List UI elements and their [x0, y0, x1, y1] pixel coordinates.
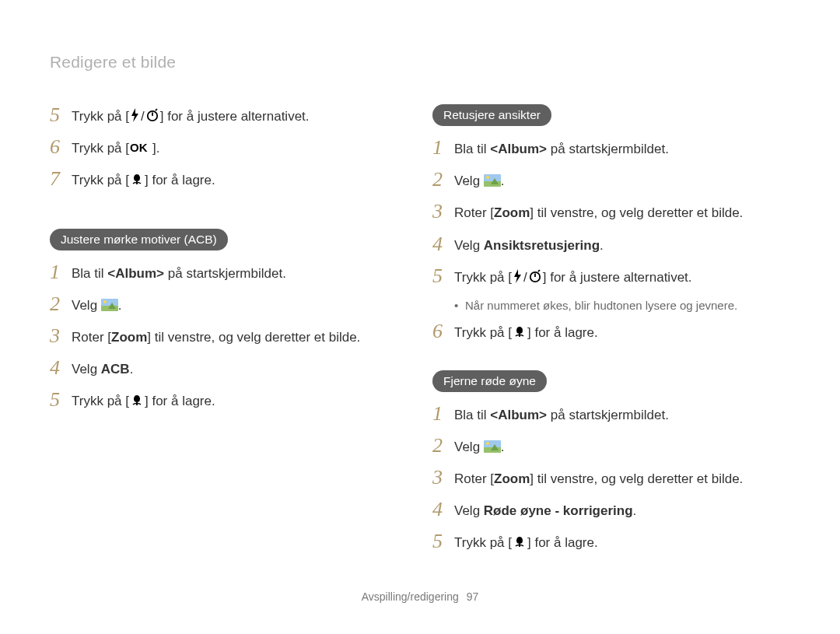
- step-text: Bla til <Album> på startskjermbildet.: [454, 137, 790, 159]
- retouch-faces-steps-after: 6Trykk på [] for å lagre.: [432, 321, 790, 343]
- bold-text: Zoom: [494, 205, 530, 220]
- manual-page: Redigere et bilde 5Trykk på [/] for å ju…: [0, 0, 840, 634]
- step-text: Trykk på [] for å lagre.: [72, 168, 408, 191]
- step: 2Velg .: [432, 435, 790, 457]
- step-number: 2: [50, 293, 72, 316]
- step-number: 2: [432, 169, 454, 191]
- step-text: Bla til <Album> på startskjermbildet.: [72, 261, 408, 284]
- bold-text: ACB: [101, 362, 130, 377]
- ok-icon: OK: [129, 142, 152, 154]
- step-number: 5: [432, 265, 454, 288]
- step: 3Roter [Zoom] til venstre, og velg deret…: [432, 201, 790, 223]
- macro-icon: [512, 534, 527, 548]
- step: 3Roter [Zoom] til venstre, og velg deret…: [50, 325, 408, 348]
- step-text: Roter [Zoom] til venstre, og velg derett…: [454, 201, 790, 223]
- bold-text: <Album>: [107, 266, 164, 281]
- page-title: Redigere et bilde: [50, 53, 790, 72]
- intro-steps: 5Trykk på [/] for å justere alternativet…: [50, 104, 408, 191]
- left-column: 5Trykk på [/] for å justere alternativet…: [50, 104, 408, 575]
- step: 4Velg Ansiktsretusjering.: [432, 233, 790, 256]
- step-text: Trykk på [OK].: [72, 136, 408, 159]
- bold-text: <Album>: [490, 142, 547, 156]
- step-text: Roter [Zoom] til venstre, og velg derett…: [72, 325, 408, 348]
- macro-icon: [129, 393, 145, 407]
- step: 5Trykk på [/] for å justere alternativet…: [50, 104, 408, 127]
- step: 2Velg .: [50, 293, 408, 316]
- page-footer: Avspilling/redigering 97: [50, 575, 790, 603]
- bold-text: Zoom: [111, 330, 147, 345]
- svg-text:OK: OK: [130, 142, 148, 154]
- step-text: Velg .: [454, 169, 790, 191]
- step: 5Trykk på [/] for å justere alternativet…: [432, 265, 790, 288]
- step: 6Trykk på [] for å lagre.: [432, 321, 790, 343]
- right-column: Retusjere ansikter 1Bla til <Album> på s…: [432, 104, 790, 575]
- bold-text: <Album>: [490, 408, 547, 422]
- step-text: Velg .: [454, 435, 790, 457]
- step-number: 2: [432, 435, 454, 457]
- step-number: 7: [50, 168, 72, 191]
- step: 2Velg .: [432, 169, 790, 191]
- step-text: Trykk på [/] for å justere alternativet.: [454, 265, 790, 288]
- step-text: Roter [Zoom] til venstre, og velg derett…: [454, 467, 790, 489]
- step-number: 5: [50, 104, 72, 127]
- step-number: 5: [432, 531, 454, 553]
- step-text: Velg ACB.: [72, 357, 408, 380]
- macro-icon: [129, 172, 145, 186]
- red-eye-steps: 1Bla til <Album> på startskjermbildet.2V…: [432, 403, 790, 554]
- bold-text: Zoom: [494, 471, 530, 486]
- step-number: 3: [432, 467, 454, 489]
- bullet-dot: •: [454, 297, 465, 315]
- step: 5Trykk på [] for å lagre.: [432, 531, 790, 553]
- flash-icon: [129, 108, 141, 122]
- step: 1Bla til <Album> på startskjermbildet.: [50, 261, 408, 284]
- step-number: 1: [432, 137, 454, 159]
- timer-icon: [145, 108, 160, 122]
- footer-page-number: 97: [467, 590, 479, 603]
- svg-line-2: [156, 109, 157, 110]
- step-number: 4: [50, 357, 72, 380]
- step-text: Trykk på [] for å lagre.: [72, 389, 408, 412]
- step-text: Trykk på [/] for å justere alternativet.: [72, 104, 408, 127]
- timer-icon: [527, 269, 543, 283]
- step-number: 4: [432, 233, 454, 256]
- macro-icon: [512, 324, 527, 338]
- section-heading-acb: Justere mørke motiver (ACB): [50, 229, 228, 250]
- section-heading-retouch-faces: Retusjere ansikter: [432, 104, 551, 126]
- step-text: Bla til <Album> på startskjermbildet.: [454, 403, 790, 426]
- step-number: 6: [50, 136, 72, 159]
- landscape-icon: [101, 299, 118, 311]
- step: 7Trykk på [] for å lagre.: [50, 168, 408, 191]
- step: 6Trykk på [OK].: [50, 136, 408, 159]
- step-number: 3: [432, 201, 454, 223]
- landscape-icon: [484, 174, 501, 187]
- step: 4Velg ACB.: [50, 357, 408, 380]
- step-number: 1: [432, 403, 454, 426]
- step-number: 4: [432, 499, 454, 521]
- section-heading-red-eye: Fjerne røde øyne: [432, 370, 547, 392]
- landscape-icon: [484, 440, 501, 453]
- step: 1Bla til <Album> på startskjermbildet.: [432, 403, 790, 426]
- retouch-faces-steps: 1Bla til <Album> på startskjermbildet.2V…: [432, 137, 790, 288]
- step-text: Velg Ansiktsretusjering.: [454, 233, 790, 256]
- flash-icon: [512, 269, 523, 283]
- step: 5Trykk på [] for å lagre.: [50, 389, 408, 412]
- svg-line-6: [538, 270, 540, 271]
- step-number: 6: [432, 321, 454, 343]
- step: 4Velg Røde øyne - korrigering.: [432, 499, 790, 521]
- step-number: 3: [50, 325, 72, 348]
- step-number: 1: [50, 261, 72, 284]
- content-columns: 5Trykk på [/] for å justere alternativet…: [50, 104, 790, 575]
- bold-text: Røde øyne - korrigering: [484, 503, 633, 518]
- step-text: Velg .: [72, 293, 408, 316]
- step-text: Trykk på [] for å lagre.: [454, 321, 790, 343]
- acb-steps: 1Bla til <Album> på startskjermbildet.2V…: [50, 261, 408, 412]
- step-text: Trykk på [] for å lagre.: [454, 531, 790, 553]
- step: 3Roter [Zoom] til venstre, og velg deret…: [432, 467, 790, 489]
- step: 1Bla til <Album> på startskjermbildet.: [432, 137, 790, 159]
- step-text: Velg Røde øyne - korrigering.: [454, 499, 790, 521]
- step-number: 5: [50, 389, 72, 412]
- footer-section-label: Avspilling/redigering: [362, 590, 459, 603]
- retouch-note: • Når nummeret økes, blir hudtonen lyser…: [454, 297, 790, 315]
- retouch-note-text: Når nummeret økes, blir hudtonen lysere …: [465, 297, 737, 315]
- bold-text: Ansiktsretusjering: [484, 238, 600, 253]
